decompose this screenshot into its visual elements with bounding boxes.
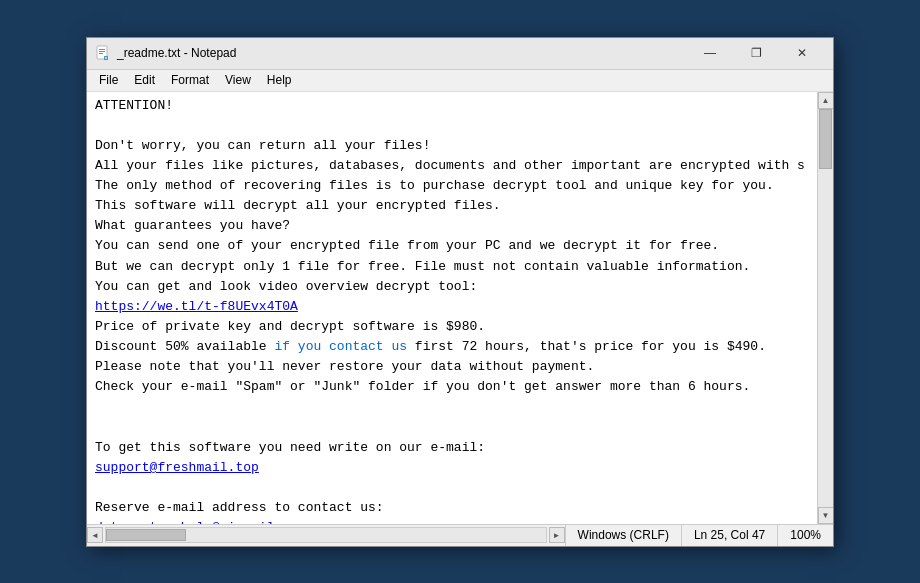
- contact-link: if you contact us: [274, 339, 407, 354]
- scroll-left-button[interactable]: ◄: [87, 527, 103, 543]
- menu-help[interactable]: Help: [259, 71, 300, 89]
- support-email[interactable]: support@freshmail.top: [95, 460, 259, 475]
- close-button[interactable]: ✕: [779, 37, 825, 69]
- that-word: that: [540, 339, 571, 354]
- notepad-window: _readme.txt - Notepad — ❐ ✕ File Edit Fo…: [86, 37, 834, 547]
- minimize-button[interactable]: —: [687, 37, 733, 69]
- title-bar: _readme.txt - Notepad — ❐ ✕: [87, 38, 833, 70]
- horizontal-scroll[interactable]: ◄ ►: [87, 524, 565, 546]
- scroll-up-button[interactable]: ▲: [818, 92, 834, 109]
- encoding-status: Windows (CRLF): [565, 525, 681, 546]
- h-scroll-thumb[interactable]: [106, 529, 186, 541]
- position-status: Ln 25, Col 47: [681, 525, 777, 546]
- vertical-scrollbar[interactable]: ▲ ▼: [817, 92, 833, 524]
- menu-file[interactable]: File: [91, 71, 126, 89]
- window-title: _readme.txt - Notepad: [117, 46, 687, 60]
- status-sections: Windows (CRLF) Ln 25, Col 47 100%: [565, 525, 833, 546]
- h-scroll-track[interactable]: [105, 527, 547, 543]
- status-bar: ◄ ► Windows (CRLF) Ln 25, Col 47 100%: [87, 524, 833, 546]
- menu-view[interactable]: View: [217, 71, 259, 89]
- svg-rect-1: [99, 49, 105, 50]
- menu-format[interactable]: Format: [163, 71, 217, 89]
- scroll-thumb[interactable]: [819, 109, 832, 169]
- line-attention: ATTENTION! Don't worry, you can return a…: [95, 98, 805, 524]
- decrypt-url[interactable]: https://we.tl/t-f8UEvx4T0A: [95, 299, 298, 314]
- content-area: ATTENTION! Don't worry, you can return a…: [87, 92, 833, 524]
- notepad-icon: [95, 45, 111, 61]
- text-editor[interactable]: ATTENTION! Don't worry, you can return a…: [87, 92, 817, 524]
- zoom-status: 100%: [777, 525, 833, 546]
- window-controls: — ❐ ✕: [687, 37, 825, 69]
- svg-rect-3: [99, 53, 103, 54]
- scroll-track[interactable]: [818, 109, 833, 507]
- scroll-down-button[interactable]: ▼: [818, 507, 834, 524]
- scroll-right-button[interactable]: ►: [549, 527, 565, 543]
- svg-rect-2: [99, 51, 105, 52]
- maximize-button[interactable]: ❐: [733, 37, 779, 69]
- menu-bar: File Edit Format View Help: [87, 70, 833, 92]
- menu-edit[interactable]: Edit: [126, 71, 163, 89]
